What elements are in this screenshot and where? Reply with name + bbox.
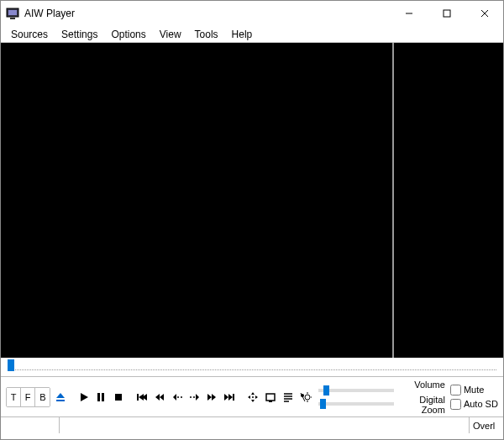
move-button[interactable]	[245, 388, 261, 406]
seek-ticks	[11, 369, 496, 374]
statusbar: Overl	[1, 416, 503, 433]
window-title: AIW Player	[24, 8, 75, 19]
menu-help[interactable]: Help	[225, 27, 260, 42]
svg-point-14	[190, 396, 192, 398]
video-divider	[392, 43, 394, 358]
maximize-button[interactable]	[428, 1, 465, 26]
pause-button[interactable]	[93, 388, 109, 406]
svg-rect-16	[233, 394, 234, 401]
rewind-button[interactable]	[152, 388, 168, 406]
svg-point-24	[305, 395, 310, 400]
fullscreen-button[interactable]	[263, 388, 279, 406]
svg-rect-2	[10, 18, 15, 19]
skip-forward-button[interactable]	[222, 388, 238, 406]
zoom-thumb[interactable]	[320, 399, 326, 409]
svg-point-17	[252, 396, 254, 398]
svg-rect-10	[115, 394, 122, 401]
f-button[interactable]: F	[21, 388, 35, 406]
svg-point-29	[301, 394, 304, 397]
svg-rect-1	[8, 10, 17, 15]
mute-checkbox[interactable]: Mute	[450, 385, 498, 395]
seek-bar[interactable]	[1, 358, 503, 376]
step-forward-button[interactable]	[186, 388, 202, 406]
tfb-group: T F B	[6, 387, 50, 407]
eject-button[interactable]	[52, 388, 68, 406]
menu-sources[interactable]: Sources	[4, 27, 55, 42]
playlist-button[interactable]	[280, 388, 296, 406]
menu-settings[interactable]: Settings	[55, 27, 104, 42]
svg-point-15	[193, 396, 195, 398]
t-button[interactable]: T	[7, 388, 21, 406]
menu-tools[interactable]: Tools	[188, 27, 225, 42]
svg-rect-9	[102, 393, 104, 401]
seek-thumb[interactable]	[8, 359, 14, 371]
volume-slider[interactable]	[318, 389, 394, 392]
status-cell-1	[1, 417, 60, 433]
brightness-button[interactable]	[297, 388, 313, 406]
svg-rect-7	[56, 400, 65, 401]
status-overlay: Overl	[470, 417, 503, 433]
stop-button[interactable]	[111, 388, 127, 406]
menu-options[interactable]: Options	[104, 27, 152, 42]
svg-point-12	[177, 396, 179, 398]
svg-rect-19	[269, 401, 272, 402]
volume-thumb[interactable]	[323, 385, 329, 395]
skip-back-button[interactable]	[134, 388, 150, 406]
menu-view[interactable]: View	[153, 27, 188, 42]
svg-rect-11	[137, 394, 139, 401]
close-button[interactable]	[465, 1, 503, 26]
step-back-button[interactable]	[169, 388, 185, 406]
auto-sd-checkbox[interactable]: Auto SD	[450, 399, 498, 410]
titlebar: AIW Player	[1, 1, 503, 26]
fast-forward-button[interactable]	[204, 388, 220, 406]
minimize-button[interactable]	[390, 1, 428, 26]
svg-rect-18	[266, 394, 275, 401]
svg-point-13	[181, 396, 182, 398]
video-area	[1, 43, 503, 358]
menubar: Sources Settings Options View Tools Help	[1, 26, 503, 43]
status-cell-2	[60, 417, 470, 433]
app-icon	[6, 7, 19, 20]
svg-rect-8	[97, 393, 100, 401]
svg-rect-4	[444, 10, 450, 17]
zoom-slider[interactable]	[318, 402, 394, 406]
b-button[interactable]: B	[35, 388, 50, 406]
zoom-label: Digital Zoom	[401, 395, 445, 415]
play-button[interactable]	[76, 388, 92, 406]
volume-label: Volume	[401, 380, 445, 390]
controls-panel: T F B Volume Digital Zoom Mute Auto SD	[1, 376, 503, 416]
